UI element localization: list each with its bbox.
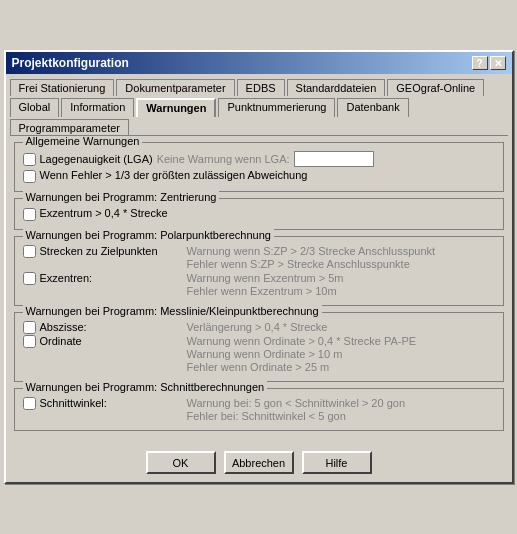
ordinate-label: Ordinate <box>40 335 82 347</box>
group-schnitt-title: Warnungen bei Programm: Schnittberechnun… <box>23 381 268 393</box>
tab-edbs[interactable]: EDBS <box>237 79 285 96</box>
tab-warnungen[interactable]: Warnungen <box>136 98 216 117</box>
bottom-bar: OK Abbrechen Hilfe <box>6 445 512 482</box>
group-allgemeine-warnungen: Allgemeine Warnungen Lagegenauigkeit (LG… <box>14 142 504 192</box>
exzentren-label: Exzentren: <box>40 272 93 284</box>
tab-datenbank[interactable]: Datenbank <box>337 98 408 117</box>
schnitt-row-0: Schnittwinkel: Warnung bei: 5 gon < Schn… <box>23 397 495 423</box>
checkbox-ordinate[interactable] <box>23 335 36 348</box>
group-polarpunkt: Warnungen bei Programm: Polarpunktberech… <box>14 236 504 306</box>
group-messlinie: Warnungen bei Programm: Messlinie/Kleinp… <box>14 312 504 382</box>
group-zentrierung: Warnungen bei Programm: Zentrierung Exze… <box>14 198 504 230</box>
ok-button[interactable]: OK <box>146 451 216 474</box>
group-messlinie-title: Warnungen bei Programm: Messlinie/Kleinp… <box>23 305 322 317</box>
lga-gray: Keine Warnung wenn LGA: <box>157 153 290 165</box>
tab-row-1: Frei Stationierung Dokumentparameter EDB… <box>6 74 512 95</box>
tab-information[interactable]: Information <box>61 98 134 117</box>
abszisse-desc-0: Verlängerung > 0,4 * Strecke <box>187 321 495 333</box>
exzentrum-row: Exzentrum > 0,4 * Strecke <box>23 207 495 221</box>
tab-standarddateien[interactable]: Standarddateien <box>287 79 386 96</box>
abbrechen-button[interactable]: Abbrechen <box>224 451 294 474</box>
checkbox-abszisse[interactable] <box>23 321 36 334</box>
strecken-label: Strecken zu Zielpunkten <box>40 245 158 257</box>
help-button[interactable]: ? <box>472 56 488 70</box>
window-title: Projektkonfiguration <box>12 56 129 70</box>
title-bar: Projektkonfiguration ? ✕ <box>6 52 512 74</box>
fehler-label: Wenn Fehler > 1/3 der größten zulässigen… <box>40 169 308 181</box>
lga-row: Lagegenauigkeit (LGA) Keine Warnung wenn… <box>23 151 495 167</box>
tab-content: Allgemeine Warnungen Lagegenauigkeit (LG… <box>6 136 512 445</box>
ordinate-desc-0: Warnung wenn Ordinate > 0,4 * Strecke PA… <box>187 335 495 347</box>
tab-global[interactable]: Global <box>10 98 60 117</box>
ordinate-desc-2: Fehler wenn Ordinate > 25 m <box>187 361 495 373</box>
polarpunkt-row-0: Strecken zu Zielpunkten Warnung wenn S:Z… <box>23 245 495 271</box>
fehler-row: Wenn Fehler > 1/3 der größten zulässigen… <box>23 169 495 183</box>
checkbox-exzentrum[interactable] <box>23 208 36 221</box>
checkbox-exzentren[interactable] <box>23 272 36 285</box>
strecken-desc-1: Fehler wenn S:ZP > Strecke Anschlusspunk… <box>187 258 495 270</box>
checkbox-lga[interactable] <box>23 153 36 166</box>
group-polarpunkt-title: Warnungen bei Programm: Polarpunktberech… <box>23 229 274 241</box>
lga-input[interactable] <box>294 151 374 167</box>
checkbox-fehler[interactable] <box>23 170 36 183</box>
group-allgemeine-title: Allgemeine Warnungen <box>23 135 143 147</box>
tab-programmparameter[interactable]: Programmparameter <box>10 119 129 136</box>
abszisse-label: Abszisse: <box>40 321 87 333</box>
tab-row-2: Global Information Warnungen Punktnummer… <box>6 95 512 135</box>
group-schnitt: Warnungen bei Programm: Schnittberechnun… <box>14 388 504 431</box>
hilfe-button[interactable]: Hilfe <box>302 451 372 474</box>
main-window: Projektkonfiguration ? ✕ Frei Stationier… <box>4 50 514 484</box>
schnittwinkel-desc-1: Fehler bei: Schnittwinkel < 5 gon <box>187 410 495 422</box>
exzentren-desc-1: Fehler wenn Exzentrum > 10m <box>187 285 495 297</box>
messlinie-row-0: Abszisse: Verlängerung > 0,4 * Strecke <box>23 321 495 334</box>
checkbox-schnittwinkel[interactable] <box>23 397 36 410</box>
strecken-desc-0: Warnung wenn S:ZP > 2/3 Strecke Anschlus… <box>187 245 495 257</box>
exzentren-desc-0: Warnung wenn Exzentrum > 5m <box>187 272 495 284</box>
tab-frei-stationierung[interactable]: Frei Stationierung <box>10 79 115 96</box>
schnittwinkel-label: Schnittwinkel: <box>40 397 107 409</box>
checkbox-strecken[interactable] <box>23 245 36 258</box>
tab-geograf-online[interactable]: GEOgraf-Online <box>387 79 484 96</box>
messlinie-row-1: Ordinate Warnung wenn Ordinate > 0,4 * S… <box>23 335 495 374</box>
polarpunkt-row-1: Exzentren: Warnung wenn Exzentrum > 5m F… <box>23 272 495 298</box>
schnittwinkel-desc-0: Warnung bei: 5 gon < Schnittwinkel > 20 … <box>187 397 495 409</box>
tab-punktnummerierung[interactable]: Punktnummerierung <box>218 98 335 117</box>
close-button[interactable]: ✕ <box>490 56 506 70</box>
group-zentrierung-title: Warnungen bei Programm: Zentrierung <box>23 191 220 203</box>
lga-label: Lagegenauigkeit (LGA) <box>40 153 153 165</box>
title-bar-buttons: ? ✕ <box>472 56 506 70</box>
exzentrum-label: Exzentrum > 0,4 * Strecke <box>40 207 168 219</box>
ordinate-desc-1: Warnung wenn Ordinate > 10 m <box>187 348 495 360</box>
tab-dokumentparameter[interactable]: Dokumentparameter <box>116 79 234 96</box>
